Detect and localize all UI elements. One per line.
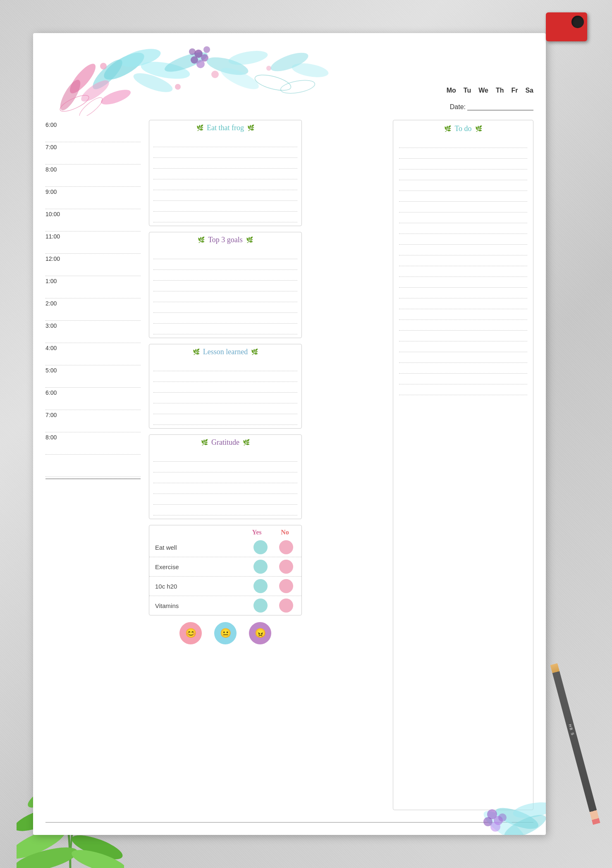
eat-line-5[interactable]	[153, 179, 297, 190]
todo-line-17[interactable]	[399, 309, 527, 320]
time-label-11: 5:00	[45, 367, 64, 374]
habit-dots-1[interactable]	[253, 560, 296, 574]
todo-title: 🌿 To do 🌿	[393, 120, 533, 136]
todo-line-14[interactable]	[399, 277, 527, 288]
habit-no-3[interactable]	[279, 599, 293, 613]
eat-line-6[interactable]	[153, 190, 297, 201]
svg-point-11	[140, 59, 191, 82]
lesson-line-5[interactable]	[153, 403, 297, 414]
habit-dots-3[interactable]	[253, 599, 296, 613]
lesson-line-1[interactable]	[153, 360, 297, 371]
eat-line-8[interactable]	[153, 212, 297, 222]
todo-line-6[interactable]	[399, 191, 527, 202]
habit-name-2: 10c h20	[155, 583, 253, 590]
todo-line-3[interactable]	[399, 159, 527, 169]
goal-line-2[interactable]	[153, 259, 297, 270]
habits-yes-label: Yes	[249, 529, 265, 536]
todo-lines[interactable]	[393, 136, 533, 398]
eat-line-7[interactable]	[153, 201, 297, 212]
habit-no-1[interactable]	[279, 560, 293, 574]
gratitude-line-2[interactable]	[153, 462, 297, 472]
todo-line-13[interactable]	[399, 266, 527, 277]
svg-point-36	[280, 78, 316, 95]
todo-line-16[interactable]	[399, 298, 527, 309]
goal-line-6[interactable]	[153, 302, 297, 313]
goal-line-1[interactable]	[153, 248, 297, 259]
day-fr[interactable]: Fr	[511, 87, 518, 94]
todo-line-15[interactable]	[399, 288, 527, 298]
todo-line-12[interactable]	[399, 255, 527, 266]
top3goals-label: Top 3 goals	[208, 236, 243, 244]
day-tu[interactable]: Tu	[464, 87, 471, 94]
todo-line-8[interactable]	[399, 212, 527, 223]
mood-neutral[interactable]: 😐	[214, 622, 237, 644]
gratitude-line-4[interactable]	[153, 483, 297, 494]
goal-line-4[interactable]	[153, 281, 297, 291]
mood-happy-icon: 😊	[185, 628, 196, 639]
todo-line-7[interactable]	[399, 202, 527, 212]
todo-line-18[interactable]	[399, 320, 527, 331]
habit-no-2[interactable]	[279, 579, 293, 593]
leaf-deco-left-lesson: 🌿	[193, 348, 200, 355]
lesson-lines[interactable]	[149, 358, 301, 428]
time-slot-9: 3:00	[45, 321, 141, 343]
habit-yes-2[interactable]	[253, 579, 268, 593]
habit-no-0[interactable]	[279, 540, 293, 554]
time-slot-12: 6:00	[45, 388, 141, 410]
todo-line-11[interactable]	[399, 245, 527, 255]
gratitude-line-6[interactable]	[153, 505, 297, 515]
lesson-line-2[interactable]	[153, 371, 297, 382]
gratitude-line-5[interactable]	[153, 494, 297, 505]
day-sa[interactable]: Sa	[525, 87, 533, 94]
date-input-line[interactable]	[467, 104, 533, 110]
todo-line-23[interactable]	[399, 374, 527, 384]
goal-line-5[interactable]	[153, 291, 297, 302]
todo-line-9[interactable]	[399, 223, 527, 234]
mood-happy[interactable]: 😊	[179, 622, 202, 644]
todo-line-24[interactable]	[399, 384, 527, 395]
todo-line-19[interactable]	[399, 331, 527, 341]
day-mo[interactable]: Mo	[447, 87, 456, 94]
eat-that-frog-lines[interactable]	[149, 134, 301, 226]
lesson-line-6[interactable]	[153, 414, 297, 425]
svg-point-31	[268, 49, 310, 75]
habit-dots-2[interactable]	[253, 579, 296, 593]
day-we[interactable]: We	[478, 87, 488, 94]
svg-point-39	[480, 806, 529, 835]
top3goals-lines[interactable]	[149, 246, 301, 338]
gratitude-lines[interactable]	[149, 448, 301, 519]
habit-dots-0[interactable]	[253, 540, 296, 554]
eat-line-1[interactable]	[153, 136, 297, 147]
goal-line-8[interactable]	[153, 324, 297, 334]
todo-label: To do	[454, 124, 471, 133]
todo-line-4[interactable]	[399, 169, 527, 180]
todo-line-5[interactable]	[399, 180, 527, 191]
eat-line-4[interactable]	[153, 169, 297, 179]
todo-line-20[interactable]	[399, 341, 527, 352]
eat-line-3[interactable]	[153, 158, 297, 169]
goal-line-3[interactable]	[153, 270, 297, 281]
habit-yes-0[interactable]	[253, 540, 268, 554]
todo-line-10[interactable]	[399, 234, 527, 245]
mood-angry[interactable]: 😠	[249, 622, 271, 644]
lesson-line-3[interactable]	[153, 382, 297, 393]
eat-line-2[interactable]	[153, 147, 297, 158]
habit-yes-1[interactable]	[253, 560, 268, 574]
habit-yes-3[interactable]	[253, 599, 268, 613]
gratitude-line-3[interactable]	[153, 472, 297, 483]
gratitude-line-1[interactable]	[153, 451, 297, 462]
day-th[interactable]: Th	[496, 87, 504, 94]
leaf-deco-right-todo: 🌿	[475, 125, 482, 132]
todo-line-1[interactable]	[399, 137, 527, 148]
todo-line-2[interactable]	[399, 148, 527, 159]
leaf-deco-left-goals: 🌿	[198, 236, 205, 243]
lesson-line-4[interactable]	[153, 393, 297, 403]
habit-name-0: Eat well	[155, 544, 253, 551]
todo-line-21[interactable]	[399, 352, 527, 363]
svg-point-13	[131, 69, 175, 96]
goal-line-7[interactable]	[153, 313, 297, 324]
todo-line-22[interactable]	[399, 363, 527, 374]
pencil	[550, 663, 600, 825]
svg-point-18	[194, 50, 203, 58]
time-label-13: 7:00	[45, 412, 64, 418]
